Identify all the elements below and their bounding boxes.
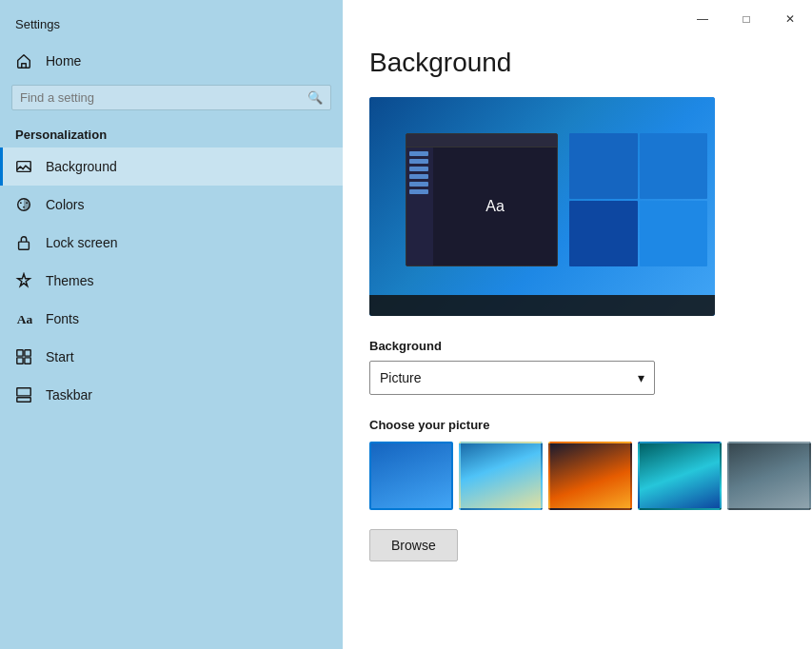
- sidebar-item-lock-screen[interactable]: Lock screen: [0, 224, 343, 262]
- sidebar-item-taskbar[interactable]: Taskbar: [0, 376, 343, 414]
- page-title: Background: [369, 48, 785, 78]
- preview-window-titlebar: [406, 134, 557, 148]
- search-icon: 🔍: [307, 90, 323, 105]
- choose-picture-section: Choose your picture Browse: [369, 418, 785, 561]
- home-nav-item[interactable]: Home: [0, 43, 343, 79]
- minimize-button[interactable]: —: [681, 4, 724, 34]
- picture-row: [369, 442, 785, 510]
- preview-taskbar: [369, 295, 715, 316]
- preview-sidebar-item: [409, 182, 428, 187]
- svg-rect-5: [19, 242, 30, 249]
- preview-sidebar-item: [409, 189, 428, 194]
- preview-sidebar-item: [409, 167, 428, 171]
- search-input[interactable]: [20, 90, 302, 105]
- start-icon: [15, 348, 32, 365]
- chevron-down-icon: ▾: [638, 370, 644, 385]
- preview-sidebar-item: [409, 159, 428, 164]
- background-section-label: Background: [369, 339, 785, 353]
- preview-tile: [640, 201, 708, 266]
- svg-point-4: [23, 206, 25, 208]
- search-box[interactable]: 🔍: [11, 85, 331, 110]
- app-title: Settings: [0, 10, 343, 43]
- picture-thumb-3[interactable]: [548, 442, 632, 510]
- svg-rect-7: [17, 350, 23, 356]
- svg-rect-8: [25, 350, 30, 356]
- background-label: Background: [46, 159, 117, 174]
- sidebar-item-start[interactable]: Start: [0, 338, 343, 376]
- preview-aa-text: Aa: [485, 198, 505, 215]
- start-label: Start: [46, 349, 74, 364]
- close-button[interactable]: ✕: [768, 4, 812, 34]
- sidebar-item-background[interactable]: Background: [0, 148, 343, 186]
- titlebar: — □ ✕: [343, 0, 812, 34]
- colors-label: Colors: [46, 197, 84, 212]
- picture-thumb-1[interactable]: [369, 442, 453, 510]
- taskbar-icon: [15, 386, 32, 403]
- background-icon: [15, 158, 32, 175]
- desktop-preview: Aa: [369, 97, 715, 316]
- preview-main-right: Aa: [433, 148, 557, 266]
- svg-point-3: [26, 202, 28, 204]
- themes-icon: [15, 272, 32, 289]
- background-dropdown[interactable]: Picture ▾: [369, 361, 655, 395]
- svg-text:Aa: Aa: [17, 312, 32, 326]
- sidebar-item-themes[interactable]: Themes: [0, 262, 343, 300]
- home-label: Home: [46, 53, 81, 69]
- preview-window-body: Aa: [406, 148, 557, 266]
- preview-background: Aa: [369, 97, 715, 316]
- picture-thumb-2[interactable]: [459, 442, 543, 510]
- colors-icon: [15, 196, 32, 213]
- picture-thumb-4[interactable]: [638, 442, 722, 510]
- preview-sidebar-item: [409, 151, 428, 156]
- preview-tiles: [569, 133, 707, 266]
- preview-tile: [569, 201, 638, 266]
- content-area: Background: [343, 34, 812, 649]
- preview-sidebar-item: [409, 174, 428, 179]
- lock-screen-icon: [15, 234, 32, 251]
- home-icon: [15, 52, 32, 69]
- dropdown-value: Picture: [380, 370, 422, 385]
- svg-rect-10: [25, 358, 30, 364]
- lock-screen-label: Lock screen: [46, 235, 117, 250]
- preview-tile: [640, 133, 708, 199]
- maximize-button[interactable]: □: [724, 4, 768, 34]
- sidebar: Settings Home 🔍 Personalization Backgrou…: [0, 0, 343, 649]
- svg-rect-11: [17, 398, 30, 403]
- fonts-label: Fonts: [46, 311, 79, 326]
- preview-tile: [569, 133, 638, 199]
- background-section: Background Picture ▾: [369, 339, 785, 395]
- preview-window: Aa: [406, 133, 558, 266]
- sidebar-item-colors[interactable]: Colors: [0, 186, 343, 224]
- taskbar-label: Taskbar: [46, 387, 92, 403]
- svg-point-2: [20, 202, 22, 204]
- choose-label: Choose your picture: [369, 418, 785, 432]
- preview-sidebar: [406, 148, 433, 266]
- themes-label: Themes: [46, 273, 94, 288]
- svg-rect-0: [17, 162, 30, 172]
- picture-thumb-5[interactable]: [727, 442, 811, 510]
- browse-button[interactable]: Browse: [369, 529, 458, 561]
- svg-rect-12: [17, 388, 30, 396]
- fonts-icon: Aa: [15, 310, 32, 327]
- main-content: — □ ✕ Background: [343, 0, 812, 649]
- sidebar-item-fonts[interactable]: Aa Fonts: [0, 300, 343, 338]
- section-label: Personalization: [0, 120, 343, 148]
- svg-rect-9: [17, 358, 23, 364]
